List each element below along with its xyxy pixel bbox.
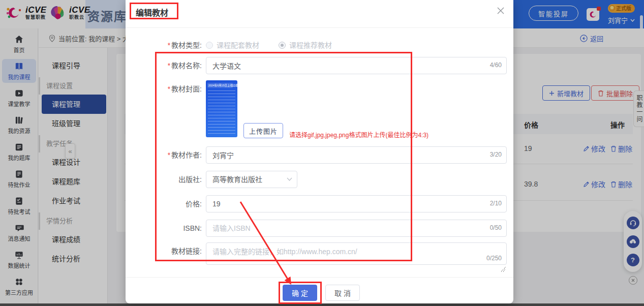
- link-char-counter: 0/250: [486, 255, 502, 262]
- price-label: 价格:: [186, 200, 202, 208]
- author-char-counter: 3/20: [490, 151, 502, 158]
- resize-handle[interactable]: [501, 267, 506, 272]
- cancel-button[interactable]: 取消: [325, 285, 360, 301]
- required-mark: *: [168, 41, 170, 49]
- upload-image-button[interactable]: 上传图片: [243, 123, 283, 138]
- name-label: 教材名称:: [171, 62, 202, 70]
- isbn-input[interactable]: [206, 220, 507, 237]
- cover-poster-title: 2024年6月15日上线功能: [207, 83, 233, 88]
- publisher-select[interactable]: 高等教育出版社: [206, 171, 297, 188]
- type-label: 教材类型:: [171, 41, 202, 49]
- field-row-isbn: ISBN: 0/50: [126, 220, 513, 237]
- material-link-textarea[interactable]: [206, 242, 507, 265]
- isbn-char-counter: 0/50: [490, 224, 502, 231]
- dialog-header-divider: [126, 27, 513, 28]
- radio-selected-icon: [279, 42, 286, 49]
- cover-poster-texture: [208, 90, 235, 135]
- edit-material-dialog: 编辑教材 *教材类型: 课程配套教材 课程推荐教材 *教材名称: 4/60 *教…: [126, 0, 513, 303]
- cover-label: 教材封面:: [171, 85, 202, 93]
- field-row-author: *教材作者: 3/20: [126, 146, 513, 164]
- radio-course-bundled[interactable]: 课程配套教材: [206, 37, 259, 54]
- name-char-counter: 4/60: [490, 62, 502, 69]
- field-row-name: *教材名称: 4/60: [126, 57, 513, 74]
- radio-course-recommended[interactable]: 课程推荐教材: [279, 37, 332, 54]
- field-row-type: *教材类型: 课程配套教材 课程推荐教材: [126, 37, 513, 54]
- price-input[interactable]: [206, 195, 507, 212]
- dialog-footer-divider: [126, 277, 513, 278]
- field-row-publisher: 出版社: 高等教育出版社: [126, 171, 513, 188]
- close-icon: [497, 7, 505, 15]
- isbn-label: ISBN:: [183, 224, 202, 232]
- confirm-button[interactable]: 确定: [283, 285, 317, 301]
- field-row-cover: *教材封面: 2024年6月15日上线功能 上传图片 请选择gif,jpg,jp…: [126, 80, 513, 141]
- price-char-counter: 2/10: [490, 200, 502, 207]
- dialog-title: 编辑教材: [136, 6, 168, 18]
- cover-thumbnail: 2024年6月15日上线功能: [206, 80, 237, 137]
- cover-format-hint: 请选择gif,jpg,jpeg,png格式图片上传(最佳比例为4:3): [289, 130, 428, 139]
- chevron-down-icon: [287, 177, 292, 181]
- radio-unselected-icon: [206, 42, 213, 49]
- author-input[interactable]: [206, 146, 507, 164]
- dialog-close-button[interactable]: [497, 7, 506, 16]
- material-name-input[interactable]: [206, 57, 507, 74]
- publisher-label: 出版社:: [178, 175, 202, 183]
- link-label: 教材链接:: [171, 247, 202, 255]
- field-row-price: 价格: 2/10: [126, 195, 513, 212]
- author-label: 教材作者:: [171, 151, 202, 159]
- field-row-link: 教材链接: 0/250: [126, 242, 513, 267]
